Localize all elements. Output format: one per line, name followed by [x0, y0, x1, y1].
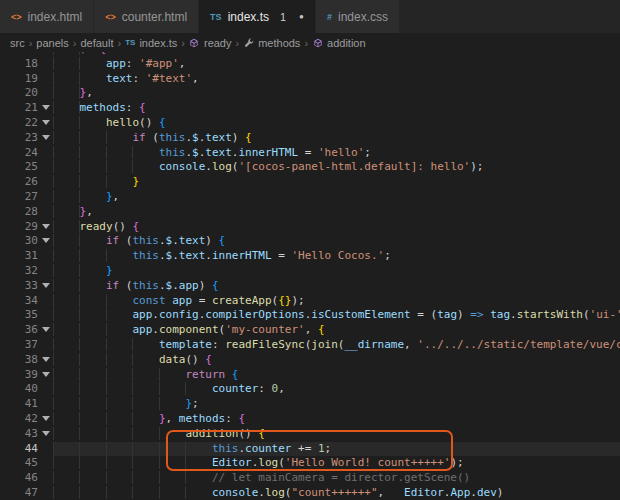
code-line-29[interactable]: 29 ready() { [0, 220, 620, 235]
code-line-39[interactable]: 39 return { [0, 368, 620, 383]
line-number: 20 [0, 86, 38, 101]
code-line-24[interactable]: 24 this.$.text.innerHTML = 'hello'; [0, 146, 620, 161]
tab-label: counter.html [122, 10, 187, 24]
code-line-45[interactable]: 45 Editor.log('Hello World! count+++++')… [0, 456, 620, 471]
code-line-19[interactable]: 19 text: '#text', [0, 72, 620, 87]
line-number: 27 [0, 190, 38, 205]
fold-spacer [38, 471, 53, 486]
fold-spacer [38, 264, 53, 279]
code-line-41[interactable]: 41 }; [0, 397, 620, 412]
breadcrumb-item-panels[interactable]: panels [36, 37, 68, 49]
code-line-20[interactable]: 20 }, [0, 86, 620, 101]
code-line-23[interactable]: 23 if (this.$.text) { [0, 131, 620, 146]
fold-spacer [38, 308, 53, 323]
code-line-42[interactable]: 42 }, methods: { [0, 412, 620, 427]
fold-chevron-icon[interactable] [38, 131, 53, 146]
line-number: 40 [0, 382, 38, 397]
line-number: 29 [0, 220, 38, 235]
code-text: if (this.$.app) { [53, 279, 620, 294]
chevron-right-icon: › [73, 37, 77, 49]
css-file-icon: # [327, 12, 332, 22]
code-line-30[interactable]: 30 if (this.$.text) { [0, 234, 620, 249]
line-number: 41 [0, 397, 38, 412]
code-text: app.config.compilerOptions.isCustomEleme… [53, 308, 620, 323]
tab-index.css[interactable]: #index.css [316, 0, 400, 33]
line-number: 32 [0, 264, 38, 279]
breadcrumb-item-ready[interactable]: ready [189, 37, 232, 49]
fold-spacer [38, 146, 53, 161]
line-number: 35 [0, 308, 38, 323]
code-line-33[interactable]: 33 if (this.$.app) { [0, 279, 620, 294]
tab-counter.html[interactable]: <>counter.html [94, 0, 199, 33]
fold-chevron-icon[interactable] [38, 427, 53, 442]
fold-spacer [38, 382, 53, 397]
code-text: }; [53, 397, 620, 412]
code-line-35[interactable]: 35 app.config.compilerOptions.isCustomEl… [0, 308, 620, 323]
code-text: this.$.text.innerHTML = 'Hello Cocos.'; [53, 249, 620, 264]
fold-chevron-icon[interactable] [38, 101, 53, 116]
tab-label: index.css [338, 10, 388, 24]
line-number: 23 [0, 131, 38, 146]
code-line-44[interactable]: 44 this.counter += 1; [0, 442, 620, 457]
line-number: 44 [0, 442, 38, 457]
tab-index.ts[interactable]: TSindex.ts1● [199, 0, 316, 33]
code-line-37[interactable]: 37 template: readFileSync(join(__dirname… [0, 338, 620, 353]
breadcrumb-item-src[interactable]: src [10, 37, 25, 49]
breadcrumb-label: addition [327, 37, 366, 49]
fold-chevron-icon[interactable] [38, 220, 53, 235]
property-symbol-icon [243, 37, 254, 48]
tab-bar: <>index.html<>counter.htmlTSindex.ts1●#i… [0, 0, 620, 33]
code-line-22[interactable]: 22 hello() { [0, 116, 620, 131]
fold-spacer [38, 160, 53, 175]
code-line-47[interactable]: 47 console.log("count++++++", Editor.App… [0, 486, 620, 500]
code-editor[interactable]: 17 $: {18 app: '#app',19 text: '#text',2… [0, 52, 620, 500]
breadcrumb-item-methods[interactable]: methods [243, 37, 300, 49]
code-line-32[interactable]: 32 } [0, 264, 620, 279]
code-line-21[interactable]: 21 methods: { [0, 101, 620, 116]
code-text: console.log('[cocos-panel-html.default]:… [53, 160, 620, 175]
fold-chevron-icon[interactable] [38, 353, 53, 368]
breadcrumb-item-addition[interactable]: addition [312, 37, 366, 49]
fold-chevron-icon[interactable] [38, 412, 53, 427]
fold-spacer [38, 205, 53, 220]
code-line-34[interactable]: 34 const app = createApp({}); [0, 294, 620, 309]
tab-index.html[interactable]: <>index.html [0, 0, 94, 33]
code-line-40[interactable]: 40 counter: 0, [0, 382, 620, 397]
modified-dot[interactable]: ● [299, 12, 304, 21]
code-line-25[interactable]: 25 console.log('[cocos-panel-html.defaul… [0, 160, 620, 175]
line-number: 31 [0, 249, 38, 264]
line-number: 46 [0, 471, 38, 486]
code-line-26[interactable]: 26 } [0, 175, 620, 190]
code-text: hello() { [53, 116, 620, 131]
breadcrumb: src›panels›default›TSindex.ts›ready›meth… [0, 33, 620, 52]
code-text: }, [53, 86, 620, 101]
line-number: 42 [0, 412, 38, 427]
ts-file-icon: TS [210, 12, 222, 22]
fold-chevron-icon[interactable] [38, 279, 53, 294]
code-line-38[interactable]: 38 data() { [0, 353, 620, 368]
code-line-46[interactable]: 46 // let mainCamera = director.getScene… [0, 471, 620, 486]
code-line-18[interactable]: 18 app: '#app', [0, 57, 620, 72]
fold-chevron-icon[interactable] [38, 368, 53, 383]
code-line-27[interactable]: 27 }, [0, 190, 620, 205]
fold-chevron-icon[interactable] [38, 234, 53, 249]
code-line-28[interactable]: 28 }, [0, 205, 620, 220]
fold-spacer [38, 294, 53, 309]
fold-chevron-icon[interactable] [38, 323, 53, 338]
fold-spacer [38, 338, 53, 353]
breadcrumb-item-index.ts[interactable]: TSindex.ts [125, 37, 177, 49]
method-symbol-icon [189, 37, 200, 48]
code-line-36[interactable]: 36 app.component('my-counter', { [0, 323, 620, 338]
code-text: text: '#text', [53, 72, 620, 87]
breadcrumb-item-default[interactable]: default [80, 37, 113, 49]
chevron-right-icon: › [304, 37, 308, 49]
code-text: addition() { [53, 427, 620, 442]
line-number: 30 [0, 234, 38, 249]
fold-chevron-icon[interactable] [38, 116, 53, 131]
code-line-31[interactable]: 31 this.$.text.innerHTML = 'Hello Cocos.… [0, 249, 620, 264]
breadcrumb-label: default [80, 37, 113, 49]
line-number: 38 [0, 353, 38, 368]
code-text: }, [53, 190, 620, 205]
code-line-43[interactable]: 43 addition() { [0, 427, 620, 442]
line-number: 24 [0, 146, 38, 161]
